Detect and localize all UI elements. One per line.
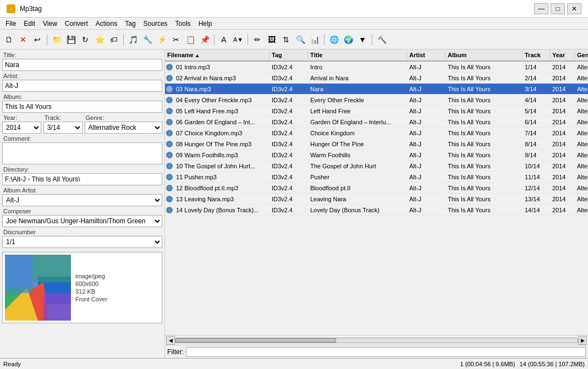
save-button[interactable]: 💾 <box>64 33 78 46</box>
table-row[interactable]: 09 Warm Foothills.mp3ID3v2.4Warm Foothil… <box>165 150 588 161</box>
table-row[interactable]: 05 Left Hand Free.mp3ID3v2.4Left Hand Fr… <box>165 106 588 117</box>
cd-icon <box>165 163 174 169</box>
font2-button[interactable]: A▼ <box>232 33 245 46</box>
col-header-title[interactable]: Title <box>308 51 407 59</box>
cell-title: Warm Foothills <box>308 151 407 159</box>
cell-year: 2014 <box>550 107 575 115</box>
menu-edit[interactable]: Edit <box>20 19 39 29</box>
table-row[interactable]: 11 Pusher.mp3ID3v2.4PusherAlt-JThis Is A… <box>165 172 588 183</box>
font-button[interactable]: A <box>217 33 230 46</box>
cell-genre: Alternative Rock <box>575 195 588 203</box>
wrench-button[interactable]: 🔨 <box>375 33 388 46</box>
col-header-genre[interactable]: Genre <box>575 51 588 59</box>
new-button[interactable]: 🗋 <box>2 33 15 46</box>
bookmark-button[interactable]: ⭐ <box>93 33 106 46</box>
table-row[interactable]: 03 Nara.mp3ID3v2.4NaraAlt-JThis Is All Y… <box>165 84 588 95</box>
col-header-filename[interactable]: Filename <box>165 51 270 59</box>
cell-artist: Alt-J <box>407 140 446 148</box>
menu-view[interactable]: View <box>40 19 61 29</box>
genre-field-group: Genre: Alternative Rock <box>85 114 163 134</box>
menu-help[interactable]: Help <box>195 19 216 29</box>
globe1-button[interactable]: 🌐 <box>327 33 340 46</box>
track-label: Track: <box>43 114 83 121</box>
cell-artist: Alt-J <box>407 63 446 71</box>
year-select[interactable]: 2014 <box>2 122 41 134</box>
album-field-group: Album: <box>2 93 162 113</box>
album-art-image[interactable] <box>5 255 71 321</box>
copy-button[interactable]: 📋 <box>184 33 197 46</box>
cell-genre: Alternative Rock <box>575 151 588 159</box>
mp3-button[interactable]: 🎵 <box>127 33 140 46</box>
table-row[interactable]: 08 Hunger Of The Pine.mp3ID3v2.4Hunger O… <box>165 139 588 150</box>
col-header-artist[interactable]: Artist <box>407 51 446 59</box>
col-header-year[interactable]: Year <box>550 51 575 59</box>
hscroll-right-button[interactable]: ▶ <box>578 336 587 345</box>
cd-icon <box>165 141 174 147</box>
table-row[interactable]: 07 Choice Kingdom.mp3ID3v2.4Choice Kingd… <box>165 128 588 139</box>
col-header-tag[interactable]: Tag <box>270 51 308 59</box>
action-button[interactable]: ⚡ <box>155 33 168 46</box>
composer-select[interactable]: Joe Newman/Gus Unger-Hamilton/Thom Green <box>2 215 162 227</box>
table-row[interactable]: 10 The Gospel of John Hurt...ID3v2.4The … <box>165 161 588 172</box>
globe2-button[interactable]: 🌍 <box>342 33 355 46</box>
menu-tag[interactable]: Tag <box>122 19 139 29</box>
hscroll-left-button[interactable]: ◀ <box>166 336 175 345</box>
table-row[interactable]: 06 Garden Of England – Int...ID3v2.4Gard… <box>165 117 588 128</box>
hscroll-thumb[interactable] <box>175 338 336 343</box>
cell-track: 9/14 <box>523 151 550 159</box>
menu-convert[interactable]: Convert <box>62 19 91 29</box>
undo-button[interactable]: ↩ <box>31 33 44 46</box>
table-row[interactable]: 13 Leaving Nara.mp3ID3v2.4Leaving NaraAl… <box>165 194 588 205</box>
col-header-album[interactable]: Album <box>446 51 523 59</box>
col-header-track[interactable]: Track <box>523 51 550 59</box>
cell-album: This Is All Yours <box>446 107 523 115</box>
title-bar-left: ♪ Mp3tag <box>7 4 42 13</box>
album-art-info: image/jpeg 600x600 312 KB Front Cover <box>75 255 107 321</box>
album-artist-select[interactable]: Alt-J <box>2 194 162 206</box>
directory-input[interactable] <box>2 173 162 185</box>
table-row[interactable]: 04 Every Other Freckle.mp3ID3v2.4Every O… <box>165 95 588 106</box>
reload-button[interactable]: ↻ <box>79 33 92 46</box>
artist-input[interactable] <box>2 80 162 92</box>
cell-filename: 13 Leaving Nara.mp3 <box>174 195 270 203</box>
menu-sources[interactable]: Sources <box>140 19 171 29</box>
table-row[interactable]: 01 Intro.mp3ID3v2.4IntroAlt-JThis Is All… <box>165 62 588 73</box>
tag-button[interactable]: 🏷 <box>107 33 120 46</box>
cell-tag: ID3v2.4 <box>270 63 308 71</box>
globe2-dropdown[interactable]: ▼ <box>356 33 369 46</box>
table-row[interactable]: 14 Lovely Day (Bonus Track)...ID3v2.4Lov… <box>165 205 588 216</box>
delete-button[interactable]: ✕ <box>17 33 30 46</box>
discnumber-select[interactable]: 1/1 <box>2 236 162 248</box>
paste-button[interactable]: 📌 <box>198 33 211 46</box>
close-button[interactable]: ✕ <box>567 3 581 14</box>
svg-rect-6 <box>5 255 32 293</box>
menu-actions[interactable]: Actions <box>92 19 120 29</box>
menu-tools[interactable]: Tools <box>172 19 194 29</box>
cell-filename: 04 Every Other Freckle.mp3 <box>174 96 270 104</box>
cell-genre: Alternative Rock <box>575 118 588 126</box>
edit-tag-button[interactable]: ✏ <box>251 33 264 46</box>
filter-btn[interactable]: 🔍 <box>294 33 307 46</box>
cut-button[interactable]: ✂ <box>169 33 183 46</box>
maximize-button[interactable]: □ <box>551 3 565 14</box>
tools2-button[interactable]: 🔧 <box>141 33 154 46</box>
cell-artist: Alt-J <box>407 107 446 115</box>
comment-input[interactable] <box>2 142 162 164</box>
table-row[interactable]: 02 Arrival in Nara.mp3ID3v2.4Arrival in … <box>165 73 588 84</box>
genre-select[interactable]: Alternative Rock <box>85 122 163 134</box>
cell-artist: Alt-J <box>407 118 446 126</box>
stats-button[interactable]: 📊 <box>308 33 321 46</box>
table-row[interactable]: 12 Bloodflood pt.II.mp3ID3v2.4Bloodflood… <box>165 183 588 194</box>
minimize-button[interactable]: — <box>534 3 548 14</box>
album-label: Album: <box>2 93 162 100</box>
cell-title: Garden Of England – Interlu... <box>308 118 407 126</box>
album-input[interactable] <box>2 101 162 113</box>
track-select[interactable]: 3/14 <box>43 122 83 134</box>
sort-button[interactable]: ⇅ <box>279 33 293 46</box>
open-folder-button[interactable]: 📁 <box>50 33 63 46</box>
title-input[interactable] <box>2 59 162 71</box>
cover-button[interactable]: 🖼 <box>265 33 278 46</box>
filter-input[interactable] <box>186 347 586 357</box>
cell-title: Intro <box>308 63 407 71</box>
menu-file[interactable]: File <box>2 19 19 29</box>
